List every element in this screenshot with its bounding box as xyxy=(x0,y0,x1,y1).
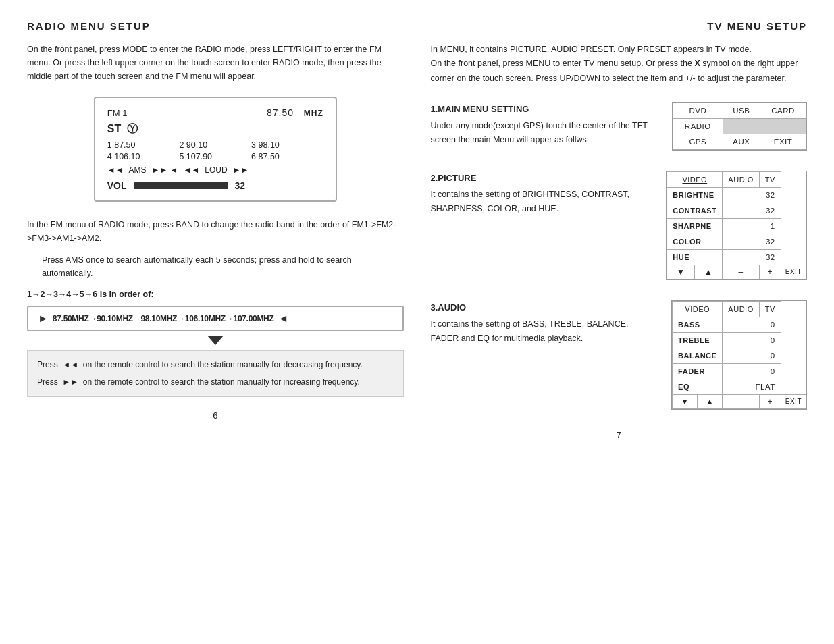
menu-section-2: 2.PICTURE It contains the setting of BRI… xyxy=(431,171,808,280)
main-menu-panel: DVD USB CARD RADIO GPS AUX EXIT xyxy=(672,102,807,151)
audio-val-eq: FLAT xyxy=(723,379,781,394)
picture-table: VIDEO AUDIO TV BRIGHTNE 32 CONTRAST 32 S… xyxy=(667,171,806,279)
picture-btn-plus[interactable]: + xyxy=(759,265,781,279)
menu-section-1: 1.MAIN MENU SETTING Under any mode(excep… xyxy=(431,102,808,151)
picture-row-color: COLOR 32 xyxy=(667,234,806,249)
main-menu-table: DVD USB CARD RADIO GPS AUX EXIT xyxy=(673,103,806,150)
next-btn[interactable]: ►► ◄ xyxy=(152,165,178,175)
picture-row-brightne: BRIGHTNE 32 xyxy=(667,187,806,203)
panel-cell-aux[interactable]: AUX xyxy=(723,134,760,149)
prev-btn[interactable]: ◄◄ xyxy=(107,165,124,175)
audio-btn-minus[interactable]: – xyxy=(723,394,759,408)
fm-preset-3: 3 98.10 xyxy=(251,140,323,150)
audio-row-treble: TREBLE 0 xyxy=(673,332,806,348)
picture-tab-tv[interactable]: TV xyxy=(759,171,781,187)
audio-val-bass: 0 xyxy=(723,317,781,332)
picture-btn-exit[interactable]: EXIT xyxy=(781,265,806,279)
picture-val-brightne: 32 xyxy=(723,187,781,203)
tv-description: In MENU, it contains PICTURE, AUDIO PRES… xyxy=(431,43,808,86)
audio-label-fader: FADER xyxy=(673,363,723,379)
audio-label-treble: TREBLE xyxy=(673,332,723,348)
audio-bottom-row: ▼ ▲ – + EXIT xyxy=(673,394,806,408)
sequence-box: ► 87.50MHZ→90.10MHZ→98.10MHZ→106.10MHZ→1… xyxy=(27,306,404,331)
picture-panel: VIDEO AUDIO TV BRIGHTNE 32 CONTRAST 32 S… xyxy=(666,171,807,280)
panel-cell-gps[interactable]: GPS xyxy=(673,134,723,149)
sequence-text: 87.50MHZ→90.10MHZ→98.10MHZ→106.10MHZ→107… xyxy=(53,314,274,323)
section-2-desc: It contains the setting of BRIGHTNESS, C… xyxy=(431,188,653,215)
picture-val-sharpne: 1 xyxy=(723,218,781,234)
menu-section-3: 3.AUDIO It contains the setting of BASS,… xyxy=(431,300,808,410)
fm-preset-1: 1 87.50 xyxy=(107,140,180,150)
audio-row-balance: BALANCE 0 xyxy=(673,348,806,363)
section-1-num: 1.MAIN MENU SETTING xyxy=(431,102,659,116)
audio-val-balance: 0 xyxy=(723,348,781,363)
fm-top-row: FM 1 87.50 MHZ xyxy=(107,107,323,118)
left-page-num: 6 xyxy=(27,410,404,421)
audio-row-eq: EQ FLAT xyxy=(673,379,806,394)
fm-presets: 1 87.50 2 90.10 3 98.10 4 106.10 5 107.9… xyxy=(107,140,323,161)
menu-section-1-text: 1.MAIN MENU SETTING Under any mode(excep… xyxy=(431,102,659,147)
left-column: RADIO MENU SETUP On the front panel, pre… xyxy=(27,20,404,440)
press-info-box: Press ◄◄ on the remote control to search… xyxy=(27,350,404,397)
prev2-btn[interactable]: ◄◄ xyxy=(184,165,200,175)
audio-label-balance: BALANCE xyxy=(673,348,723,363)
arrow-left-icon: ◄ xyxy=(278,313,289,325)
audio-btn-exit[interactable]: EXIT xyxy=(781,394,806,408)
radio-intro: On the front panel, press MODE to enter … xyxy=(27,43,404,83)
panel-cell-usb[interactable]: USB xyxy=(723,103,760,118)
panel-row-3: GPS AUX EXIT xyxy=(673,134,806,149)
ams-description: Press AMS once to search automatically e… xyxy=(42,253,404,280)
picture-label-color: COLOR xyxy=(667,234,723,249)
press-info-line-1: Press ◄◄ on the remote control to search… xyxy=(37,358,394,371)
triangle-down-container xyxy=(27,336,404,345)
audio-tab-tv[interactable]: TV xyxy=(759,301,781,317)
audio-btn-down[interactable]: ▼ xyxy=(673,394,698,408)
vol-label: VOL xyxy=(107,180,127,191)
picture-btn-down[interactable]: ▼ xyxy=(667,265,695,279)
audio-btn-up[interactable]: ▲ xyxy=(698,394,723,408)
panel-cell-dvd[interactable]: DVD xyxy=(673,103,723,118)
picture-label-sharpne: SHARPNE xyxy=(667,218,723,234)
ams-btn[interactable]: AMS xyxy=(129,165,147,175)
panel-cell-empty-2 xyxy=(760,118,806,134)
seq-label: 1→2→3→4→5→6 is in order of: xyxy=(27,290,404,299)
panel-cell-card[interactable]: CARD xyxy=(760,103,806,118)
picture-label-brightne: BRIGHTNE xyxy=(667,187,723,203)
picture-tab-video[interactable]: VIDEO xyxy=(667,171,723,187)
arrow-right-icon: ► xyxy=(38,313,49,325)
panel-cell-exit[interactable]: EXIT xyxy=(760,134,806,149)
fm-st-row: ST Ⓨ xyxy=(107,122,323,136)
picture-val-color: 32 xyxy=(723,234,781,249)
press-info-line-2: Press ►► on the remote control to search… xyxy=(37,375,394,389)
section-3-num: 3.AUDIO xyxy=(431,300,658,315)
loud-btn[interactable]: LOUD xyxy=(205,165,227,175)
radio-section-title: RADIO MENU SETUP xyxy=(27,20,404,32)
picture-btn-up[interactable]: ▲ xyxy=(695,265,723,279)
picture-btn-minus[interactable]: – xyxy=(723,265,759,279)
picture-row-contrast: CONTRAST 32 xyxy=(667,203,806,218)
picture-row-hue: HUE 32 xyxy=(667,249,806,265)
picture-tab-audio[interactable]: AUDIO xyxy=(723,171,759,187)
fm-unit: MHZ xyxy=(304,109,323,118)
fm-preset-4: 4 106.10 xyxy=(107,152,180,161)
audio-row-fader: FADER 0 xyxy=(673,363,806,379)
band-description: In the FM menu of RADIO mode, press BAND… xyxy=(27,218,404,245)
picture-row-sharpne: SHARPNE 1 xyxy=(667,218,806,234)
picture-label-contrast: CONTRAST xyxy=(667,203,723,218)
triangle-down-icon xyxy=(207,336,224,345)
fwd-btn[interactable]: ►► xyxy=(233,165,249,175)
audio-panel: VIDEO AUDIO TV BASS 0 TREBLE 0 BALANCE xyxy=(671,300,807,410)
fm-vol-row: VOL 32 xyxy=(107,180,323,191)
section-2-num: 2.PICTURE xyxy=(431,171,653,185)
audio-val-treble: 0 xyxy=(723,332,781,348)
panel-cell-radio[interactable]: RADIO xyxy=(673,118,723,134)
audio-tab-audio[interactable]: AUDIO xyxy=(723,301,759,317)
picture-val-contrast: 32 xyxy=(723,203,781,218)
audio-tab-video[interactable]: VIDEO xyxy=(673,301,723,317)
audio-btn-plus[interactable]: + xyxy=(759,394,781,408)
menu-section-3-text: 3.AUDIO It contains the setting of BASS,… xyxy=(431,300,658,346)
fm-frequency: 87.50 MHZ xyxy=(267,107,323,118)
tv-section-title: TV MENU SETUP xyxy=(431,20,808,32)
panel-cell-empty-1 xyxy=(723,118,760,134)
right-page-num: 7 xyxy=(431,430,808,440)
